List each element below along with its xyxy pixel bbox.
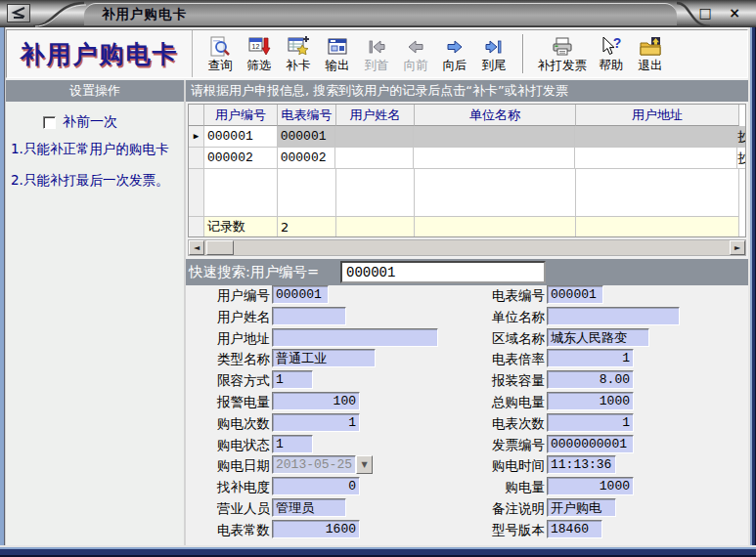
field-input-right-7[interactable] <box>547 435 634 453</box>
field-input-right-4[interactable] <box>547 370 634 389</box>
field-label-right-5: 总购电量 <box>427 394 545 411</box>
prev-once-checkbox[interactable] <box>43 116 56 129</box>
field-label-right-2: 区域名称 <box>427 330 545 348</box>
field-input-left-2[interactable] <box>272 328 438 347</box>
svg-text:12: 12 <box>252 43 260 50</box>
field-input-left-9[interactable] <box>272 477 360 495</box>
scrollbar-thumb[interactable] <box>206 240 234 255</box>
scroll-right-button[interactable]: ► <box>730 240 745 255</box>
filter-button[interactable]: 12筛选 <box>242 34 277 73</box>
prev-button: 向前 <box>398 34 433 73</box>
page-title: 补用户购电卡 <box>21 38 179 70</box>
field-input-right-8[interactable] <box>547 455 616 474</box>
exit-button[interactable]: 退出 <box>633 34 668 73</box>
prev-once-checkbox-row[interactable]: 补前一次 <box>43 113 117 131</box>
column-header: 用户姓名 <box>336 105 415 126</box>
toolbar-button-label: 向前 <box>404 59 428 72</box>
titlebar: 补用户购电卡 □ × <box>0 0 756 27</box>
help-button[interactable]: ?帮助 <box>594 34 629 73</box>
field-input-left-10[interactable] <box>272 498 346 517</box>
toolbar-separator <box>522 34 524 73</box>
table-cell <box>415 217 576 237</box>
column-header: 用户地址 <box>576 105 739 126</box>
table-cell: 000002 <box>278 148 336 169</box>
field-input-right-10[interactable] <box>547 498 616 517</box>
field-input-right-3[interactable] <box>547 349 634 367</box>
toolbar-button-label: 查询 <box>208 59 233 72</box>
next-button[interactable]: 向后 <box>437 34 472 73</box>
field-label-left-7: 购电状态 <box>153 437 270 454</box>
card-button[interactable]: 补卡 <box>281 34 316 73</box>
app-logo-icon <box>7 4 30 22</box>
field-input-left-7[interactable] <box>272 435 313 453</box>
help-icon: ? <box>600 35 623 59</box>
window-border-bottom <box>0 545 756 557</box>
close-button[interactable]: × <box>725 4 744 21</box>
field-label-right-9: 购电量 <box>427 479 545 496</box>
table-cell <box>415 169 576 217</box>
sidebar-note-2: 2.只能补打最后一次发票。 <box>11 172 168 190</box>
filter-icon: 12 <box>247 35 271 59</box>
field-input-left-1[interactable] <box>272 307 346 325</box>
search-button[interactable]: 查询 <box>202 34 238 73</box>
field-input-right-9[interactable] <box>547 477 634 495</box>
field-input-right-5[interactable] <box>547 392 634 410</box>
exit-icon <box>639 35 662 59</box>
card-icon <box>287 35 310 59</box>
field-input-left-11[interactable] <box>272 520 360 538</box>
field-input-right-0[interactable] <box>547 285 603 304</box>
field-label-left-6: 购电次数 <box>153 415 270 433</box>
field-label-left-10: 营业人员 <box>153 500 270 518</box>
invoice-button[interactable]: 补打发票 <box>535 34 590 73</box>
output-button[interactable]: 输出 <box>320 34 355 73</box>
table-cell <box>278 169 336 217</box>
field-input-left-5[interactable] <box>272 392 360 410</box>
toolbar: 查询12筛选补卡输出到首向前向后到尾补打发票?帮助退出 <box>193 30 747 77</box>
output-icon <box>326 35 349 59</box>
horizontal-scrollbar[interactable]: ◄ ► <box>188 239 746 256</box>
field-label-right-4: 报装容量 <box>427 372 545 390</box>
field-input-right-1[interactable] <box>547 307 680 325</box>
field-input-right-11[interactable] <box>547 520 602 538</box>
prev-icon <box>404 35 427 59</box>
prev-once-checkbox-label: 补前一次 <box>63 113 117 131</box>
table-cell: 000001 <box>278 126 336 148</box>
quick-search-input[interactable] <box>340 261 546 283</box>
table-cell <box>414 148 574 169</box>
table-cell <box>575 148 737 169</box>
table-cell <box>576 217 739 237</box>
next-icon <box>443 35 467 59</box>
field-input-left-8[interactable] <box>272 455 356 474</box>
row-selector-header <box>189 105 204 126</box>
toolbar-button-label: 补打发票 <box>538 59 587 72</box>
table-row[interactable]: 000002000002抄 <box>189 148 745 169</box>
row-selector-cell <box>189 148 204 169</box>
field-input-left-0[interactable] <box>272 285 329 304</box>
record-count-label: 记录数 <box>204 217 278 237</box>
field-label-right-1: 单位名称 <box>427 309 545 326</box>
field-input-right-2[interactable] <box>547 328 649 347</box>
first-icon <box>365 35 388 59</box>
last-button[interactable]: 到尾 <box>476 34 511 73</box>
date-dropdown-button[interactable]: ▼ <box>356 455 373 474</box>
row-selector-cell <box>189 169 204 217</box>
maximize-button[interactable]: □ <box>695 4 715 21</box>
column-header: 单位名称 <box>415 105 576 126</box>
field-input-left-4[interactable] <box>272 370 313 389</box>
scroll-left-button[interactable]: ◄ <box>189 240 204 255</box>
table-row[interactable]: ▶000001000001抄 <box>189 126 745 148</box>
instruction-bar: 请根据用户申报信息, 搜索到该用户的记录后点击“补卡”或补打发票 <box>186 80 748 102</box>
table-cell <box>335 148 414 169</box>
toolbar-button-label: 向后 <box>443 59 467 72</box>
field-input-right-6[interactable] <box>547 413 634 432</box>
row-selector-cell: ▶ <box>189 126 204 148</box>
sidebar-header: 设置操作 <box>6 80 184 102</box>
table-cell <box>335 126 414 148</box>
field-input-left-6[interactable] <box>272 413 360 432</box>
field-input-left-3[interactable] <box>272 349 376 367</box>
page-title-box: 补用户购电卡 <box>7 30 193 77</box>
table-cell <box>336 169 415 217</box>
table-cell <box>575 126 737 148</box>
main-panel: 请根据用户申报信息, 搜索到该用户的记录后点击“补卡”或补打发票 用户编号电表编… <box>186 80 748 545</box>
header-strip: 补用户购电卡 查询12筛选补卡输出到首向前向后到尾补打发票?帮助退出 <box>6 29 748 78</box>
